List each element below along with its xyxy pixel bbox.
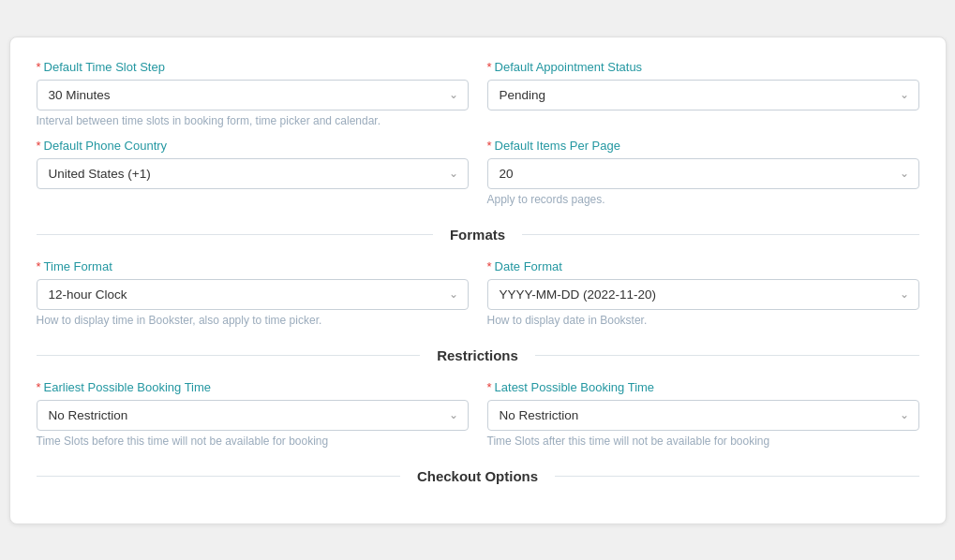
items-per-page-value: 20	[500, 167, 514, 181]
date-format-chevron-icon: ⌄	[900, 287, 909, 301]
required-star: *	[37, 60, 41, 74]
items-per-page-label: *Default Items Per Page	[487, 139, 919, 153]
items-per-page-select[interactable]: 20 ⌄	[487, 158, 919, 189]
time-slot-step-chevron-icon: ⌄	[449, 88, 458, 101]
phone-country-select[interactable]: United States (+1) ⌄	[37, 158, 469, 189]
latest-booking-label-text: Latest Possible Booking Time	[495, 380, 655, 394]
col-earliest-booking: *Earliest Possible Booking Time No Restr…	[37, 380, 469, 451]
required-star-6: *	[487, 259, 492, 273]
checkout-title: Checkout Options	[400, 468, 555, 484]
row-defaults-top: *Default Time Slot Step 30 Minutes ⌄ Int…	[37, 60, 919, 131]
restrictions-title: Restrictions	[420, 347, 535, 363]
date-format-hint: How to display date in Bookster.	[487, 314, 919, 327]
restrictions-divider: Restrictions	[37, 347, 919, 363]
col-phone-country: *Default Phone Country United States (+1…	[37, 139, 469, 210]
latest-booking-value: No Restriction	[500, 408, 579, 422]
settings-card: *Default Time Slot Step 30 Minutes ⌄ Int…	[9, 37, 947, 524]
date-format-select[interactable]: YYYY-MM-DD (2022-11-20) ⌄	[487, 279, 919, 310]
col-appointment-status: *Default Appointment Status Pending ⌄	[487, 60, 919, 131]
items-per-page-hint: Apply to records pages.	[487, 193, 919, 206]
required-star-2: *	[487, 60, 492, 74]
formats-title: Formats	[433, 227, 522, 243]
row-formats: *Time Format 12-hour Clock ⌄ How to disp…	[37, 259, 919, 331]
latest-booking-chevron-icon: ⌄	[900, 408, 909, 421]
time-slot-step-label: *Default Time Slot Step	[37, 60, 469, 74]
earliest-booking-chevron-icon: ⌄	[449, 408, 458, 421]
time-format-hint: How to display time in Bookster, also ap…	[37, 314, 469, 327]
time-format-label: *Time Format	[37, 259, 469, 273]
latest-booking-hint: Time Slots after this time will not be a…	[487, 435, 919, 448]
items-per-page-label-text: Default Items Per Page	[495, 139, 620, 153]
date-format-value: YYYY-MM-DD (2022-11-20)	[500, 287, 657, 302]
col-time-slot-step: *Default Time Slot Step 30 Minutes ⌄ Int…	[37, 60, 469, 131]
appointment-status-label-text: Default Appointment Status	[495, 60, 643, 74]
col-time-format: *Time Format 12-hour Clock ⌄ How to disp…	[37, 259, 469, 331]
time-slot-step-select[interactable]: 30 Minutes ⌄	[37, 80, 469, 111]
time-slot-step-hint: Interval between time slots in booking f…	[37, 114, 469, 127]
time-slot-step-value: 30 Minutes	[49, 88, 111, 102]
row-restrictions: *Earliest Possible Booking Time No Restr…	[37, 380, 919, 451]
time-slot-step-label-text: Default Time Slot Step	[44, 60, 165, 74]
latest-booking-select[interactable]: No Restriction ⌄	[487, 400, 919, 431]
date-format-label: *Date Format	[487, 259, 919, 273]
earliest-booking-select[interactable]: No Restriction ⌄	[37, 400, 469, 431]
earliest-booking-hint: Time Slots before this time will not be …	[37, 435, 469, 448]
required-star-5: *	[37, 259, 41, 273]
col-latest-booking: *Latest Possible Booking Time No Restric…	[487, 380, 919, 451]
col-items-per-page: *Default Items Per Page 20 ⌄ Apply to re…	[487, 139, 919, 210]
appointment-status-label: *Default Appointment Status	[487, 60, 919, 74]
items-per-page-chevron-icon: ⌄	[900, 167, 909, 180]
date-format-label-text: Date Format	[495, 259, 562, 273]
time-format-value: 12-hour Clock	[49, 287, 127, 302]
appointment-status-chevron-icon: ⌄	[900, 88, 909, 101]
phone-country-label: *Default Phone Country	[37, 139, 469, 153]
time-format-select[interactable]: 12-hour Clock ⌄	[37, 279, 469, 310]
earliest-booking-label-text: Earliest Possible Booking Time	[44, 380, 211, 394]
appointment-status-value: Pending	[500, 88, 546, 102]
row-defaults-bottom: *Default Phone Country United States (+1…	[37, 139, 919, 210]
phone-country-value: United States (+1)	[49, 167, 151, 181]
checkout-divider: Checkout Options	[37, 468, 919, 484]
latest-booking-label: *Latest Possible Booking Time	[487, 380, 919, 394]
phone-country-label-text: Default Phone Country	[44, 139, 168, 153]
formats-divider: Formats	[37, 227, 919, 243]
required-star-4: *	[487, 139, 492, 153]
time-format-label-text: Time Format	[44, 259, 112, 273]
required-star-7: *	[37, 380, 41, 394]
earliest-booking-value: No Restriction	[49, 408, 128, 422]
phone-country-chevron-icon: ⌄	[449, 167, 458, 180]
col-date-format: *Date Format YYYY-MM-DD (2022-11-20) ⌄ H…	[487, 259, 919, 331]
required-star-3: *	[37, 139, 41, 153]
time-format-chevron-icon: ⌄	[449, 287, 458, 301]
appointment-status-select[interactable]: Pending ⌄	[487, 80, 919, 111]
required-star-8: *	[487, 380, 492, 394]
earliest-booking-label: *Earliest Possible Booking Time	[37, 380, 469, 394]
